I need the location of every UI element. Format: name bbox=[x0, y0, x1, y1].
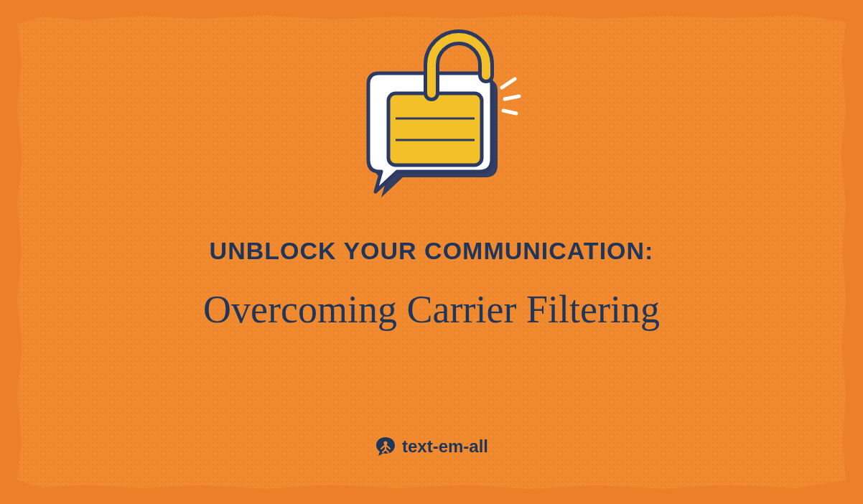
svg-line-3 bbox=[502, 79, 515, 88]
svg-line-4 bbox=[505, 96, 519, 99]
brand-name: text-em-all bbox=[402, 437, 488, 457]
lock-speech-bubble-illustration bbox=[331, 22, 532, 208]
svg-line-5 bbox=[503, 111, 516, 113]
speech-bubble-person-icon bbox=[375, 436, 396, 457]
heading-text: UNBLOCK YOUR COMMUNICATION: bbox=[0, 237, 863, 265]
subheading-text: Overcoming Carrier Filtering bbox=[0, 287, 863, 332]
brand-logo: text-em-all bbox=[375, 436, 488, 457]
svg-rect-0 bbox=[388, 93, 482, 165]
